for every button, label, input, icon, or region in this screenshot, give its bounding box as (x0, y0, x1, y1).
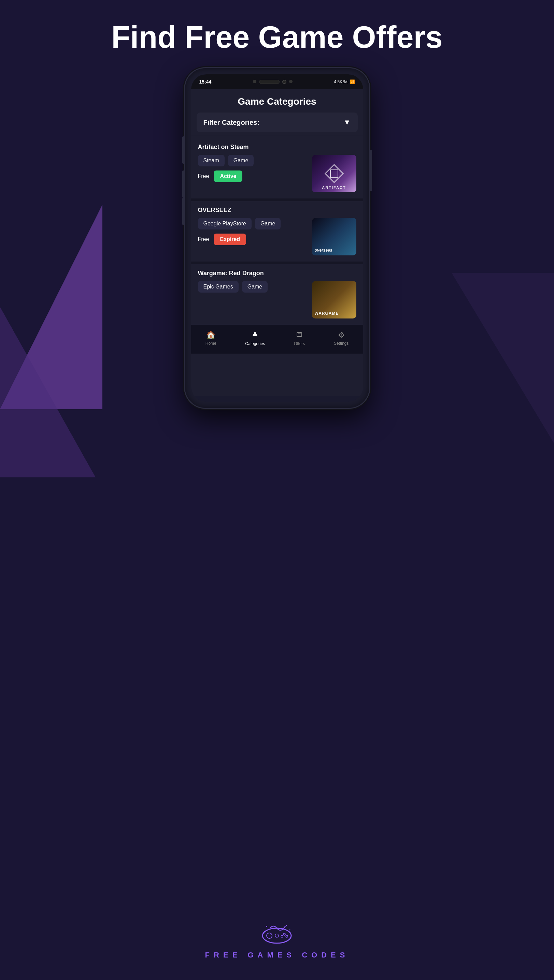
divider-top (191, 136, 363, 136)
game-card-wargame[interactable]: Wargame: Red Dragon Epic Games Game (191, 264, 363, 324)
tag-game-overseez[interactable]: Game (255, 218, 281, 229)
categories-icon (251, 331, 259, 340)
tag-steam[interactable]: Steam (198, 155, 225, 166)
svg-point-6 (284, 933, 286, 935)
svg-rect-1 (253, 334, 255, 336)
phone-outer: 15:44 4.5KB/s 📶 Game Categories (185, 68, 369, 408)
artifact-logo-icon (324, 164, 344, 183)
notch-dot-2 (289, 80, 292, 83)
game-title-artifact: Artifact on Steam (198, 143, 356, 151)
svg-point-9 (275, 934, 279, 937)
offers-icon (295, 331, 303, 340)
card-separator-2 (191, 261, 363, 264)
game-card-body-overseez: Google PlayStore Game Free Expired (198, 218, 356, 255)
notch-center (253, 80, 292, 84)
svg-point-7 (286, 935, 288, 937)
notch-pill (259, 80, 279, 84)
tags-row-artifact: Steam Game (198, 155, 308, 166)
game-card-body-artifact: Steam Game Free Active (198, 155, 356, 192)
status-row-overseez: Free Expired (198, 234, 308, 245)
tag-google-playstore[interactable]: Google PlayStore (198, 218, 252, 229)
chevron-down-icon: ▼ (343, 118, 351, 127)
thumb-wargame-img (312, 281, 356, 318)
svg-point-8 (281, 935, 283, 937)
tags-row-overseez: Google PlayStore Game (198, 218, 308, 229)
nav-item-settings[interactable]: ⚙ Settings (328, 329, 354, 348)
nav-label-offers: Offers (294, 341, 305, 346)
filter-label: Filter Categories: (203, 119, 259, 127)
card-separator-1 (191, 199, 363, 201)
game-title-overseez: OVERSEEZ (198, 207, 356, 214)
svg-point-5 (267, 933, 272, 939)
svg-point-10 (266, 926, 268, 927)
brand-text: FREE GAMES CODES (205, 951, 349, 959)
page-header: Find Free Game Offers (0, 0, 554, 68)
bg-decoration-left2 (0, 307, 96, 477)
bottom-nav: 🏠 Home Categories (191, 325, 363, 353)
page-headline: Find Free Game Offers (7, 21, 547, 54)
bottom-branding: FREE GAMES CODES (205, 921, 349, 959)
tag-epic-games[interactable]: Epic Games (198, 281, 239, 293)
game-card-body-wargame: Epic Games Game (198, 281, 356, 318)
thumbnail-overseez[interactable] (312, 218, 356, 255)
home-icon: 🏠 (206, 331, 216, 340)
nav-item-offers[interactable]: Offers (289, 328, 310, 348)
thumb-oversees-img (312, 218, 356, 255)
status-icons: 4.5KB/s 📶 (334, 80, 354, 84)
camera-dot (282, 80, 286, 84)
svg-point-11 (286, 925, 287, 926)
signal-icon: 📶 (350, 80, 355, 84)
nav-item-home[interactable]: 🏠 Home (200, 329, 222, 348)
game-tags-section-artifact: Steam Game Free Active (198, 155, 308, 182)
settings-icon: ⚙ (338, 331, 345, 340)
network-speed: 4.5KB/s (334, 80, 348, 84)
thumbnail-wargame[interactable] (312, 281, 356, 318)
thumbnail-artifact[interactable] (312, 155, 356, 192)
game-card-artifact[interactable]: Artifact on Steam Steam Game Free Active (191, 138, 363, 198)
game-card-overseez[interactable]: OVERSEEZ Google PlayStore Game Free Expi… (191, 201, 363, 261)
tag-game-artifact[interactable]: Game (228, 155, 254, 166)
status-row-artifact: Free Active (198, 170, 308, 182)
phone-mockup: 15:44 4.5KB/s 📶 Game Categories (185, 68, 369, 408)
screen-content: Game Categories Filter Categories: ▼ Art… (191, 89, 363, 396)
tag-game-wargame[interactable]: Game (242, 281, 268, 293)
status-time: 15:44 (200, 79, 212, 84)
tags-row-wargame: Epic Games Game (198, 281, 308, 293)
status-badge-artifact[interactable]: Active (214, 170, 243, 182)
screen-title: Game Categories (191, 89, 363, 113)
price-overseez: Free (198, 236, 209, 242)
game-tags-section-wargame: Epic Games Game (198, 281, 308, 297)
brand-logo (260, 921, 294, 945)
game-title-wargame: Wargame: Red Dragon (198, 270, 356, 277)
svg-point-12 (289, 929, 291, 931)
status-badge-overseez[interactable]: Expired (214, 234, 246, 245)
filter-bar[interactable]: Filter Categories: ▼ (196, 113, 358, 132)
bg-decoration-right (452, 273, 554, 443)
thumb-artifact-img (312, 155, 356, 192)
phone-screen: 15:44 4.5KB/s 📶 Game Categories (191, 74, 363, 402)
game-tags-section-overseez: Google PlayStore Game Free Expired (198, 218, 308, 245)
status-bar: 15:44 4.5KB/s 📶 (191, 74, 363, 89)
nav-item-categories[interactable]: Categories (239, 328, 270, 348)
nav-label-home: Home (206, 341, 216, 346)
price-artifact: Free (198, 173, 209, 179)
nav-label-categories: Categories (245, 341, 265, 346)
notch-dot-1 (253, 80, 256, 83)
nav-label-settings: Settings (334, 341, 348, 346)
